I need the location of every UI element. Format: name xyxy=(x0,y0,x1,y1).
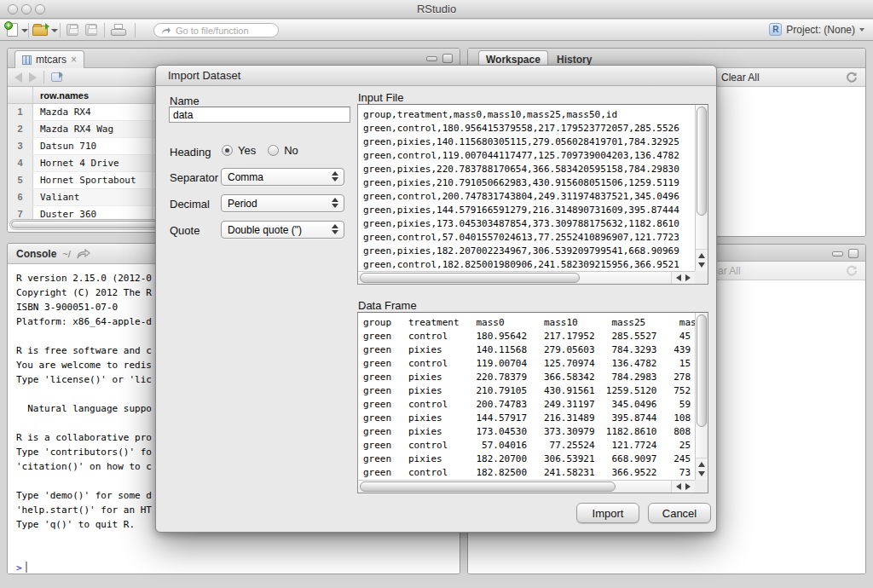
quote-label: Quote xyxy=(170,224,199,237)
input-file-label: Input File xyxy=(358,91,403,104)
project-menu[interactable]: R Project: (None) xyxy=(769,23,864,36)
new-file-icon[interactable]: + xyxy=(7,23,18,37)
input-file-line: green,pixies,182.207002234967,306.539209… xyxy=(363,245,695,258)
cancel-button[interactable]: Cancel xyxy=(648,503,711,523)
separator-value: Comma xyxy=(228,171,263,183)
bottom-right-pane-controls xyxy=(832,249,859,258)
scroll-arrows-icon[interactable] xyxy=(696,458,708,480)
input-file-line: green,control,182.825001980906,241.58230… xyxy=(363,258,695,271)
print-icon[interactable] xyxy=(111,24,126,36)
data-frame-vertical-scrollbar[interactable] xyxy=(695,313,708,480)
data-frame-header: group treatment mass0 mass10 mass25 mass… xyxy=(363,316,695,330)
back-icon[interactable] xyxy=(14,72,22,83)
tab-mtcars[interactable]: mtcars × xyxy=(14,50,84,68)
import-button[interactable]: Import xyxy=(576,503,639,523)
heading-yes-radio[interactable] xyxy=(222,145,233,156)
console-line xyxy=(16,546,460,561)
console-path: ~/ xyxy=(62,249,70,259)
heading-radio-group: Yes No xyxy=(222,144,298,157)
goto-arrow-icon xyxy=(161,26,171,35)
tab-history-label: History xyxy=(557,54,592,66)
goto-file-function-input[interactable]: Go to file/function xyxy=(153,23,279,37)
scrollbar-corner xyxy=(695,480,708,493)
input-file-line: green,pixies,220.783788170654,366.583420… xyxy=(363,163,695,176)
main-toolbar: + Go to file/function R Project: (None) xyxy=(0,20,873,41)
data-frame-row: green control 119.00704 125.70974 136.47… xyxy=(363,357,695,371)
heading-no-radio[interactable] xyxy=(268,145,279,156)
save-icon[interactable] xyxy=(66,24,78,36)
data-frame-row: green pixies 173.04530 373.30979 1182.86… xyxy=(363,425,695,439)
name-input[interactable] xyxy=(169,107,350,123)
minimize-pane-icon[interactable] xyxy=(832,251,843,257)
rstudio-window: RStudio + Go to file/function R Project:… xyxy=(0,0,873,588)
heading-label: Heading xyxy=(170,146,211,159)
refresh-icon[interactable] xyxy=(845,71,859,88)
decimal-label: Decimal xyxy=(170,198,210,210)
data-frame-row: green control 57.04016 77.25524 121.7724… xyxy=(363,439,695,453)
data-grid-icon xyxy=(22,55,32,65)
dialog-titlebar[interactable]: Import Dataset xyxy=(156,66,716,86)
toolbar-divider xyxy=(43,71,44,84)
save-all-icon[interactable] xyxy=(85,24,97,36)
toolbar-divider xyxy=(28,23,29,37)
open-file-dropdown-icon[interactable] xyxy=(51,29,58,32)
forward-icon[interactable] xyxy=(29,72,37,83)
maximize-pane-icon[interactable] xyxy=(848,249,859,258)
clear-all-button[interactable]: Clear All xyxy=(721,72,760,84)
data-frame-row: green pixies 182.20700 306.53921 668.909… xyxy=(363,453,695,466)
input-file-line: green,pixies,173.045303487854,373.309788… xyxy=(363,217,695,231)
import-dataset-dialog: Import Dataset Name Heading Yes No Separ… xyxy=(155,65,717,533)
scroll-arrows-icon[interactable] xyxy=(671,272,695,284)
data-frame-box[interactable]: group treatment mass0 mass10 mass25 mass… xyxy=(357,312,708,493)
refresh-icon-disabled[interactable] xyxy=(845,264,859,281)
close-tab-icon[interactable]: × xyxy=(71,55,77,64)
stepper-arrows-icon xyxy=(332,171,338,182)
heading-yes-label: Yes xyxy=(238,144,256,157)
toolbar-divider xyxy=(135,23,136,37)
console-popout-icon[interactable] xyxy=(77,249,90,259)
console-line xyxy=(16,532,460,546)
input-file-vertical-scrollbar[interactable] xyxy=(695,105,708,271)
column-header-row-names[interactable]: row.names xyxy=(33,87,153,103)
maximize-pane-icon[interactable] xyxy=(442,54,453,63)
quote-value: Double quote (") xyxy=(228,224,302,236)
stepper-arrows-icon xyxy=(332,224,338,234)
tab-mtcars-label: mtcars xyxy=(36,54,66,66)
scroll-arrows-icon[interactable] xyxy=(671,481,695,493)
dialog-title: Import Dataset xyxy=(168,69,240,82)
input-file-text: group,treatment,mass0,mass10,mass25,mass… xyxy=(363,108,695,271)
data-frame-row: green control 182.82500 241.58231 366.95… xyxy=(363,466,695,480)
scroll-arrows-icon[interactable] xyxy=(696,249,708,271)
window-titlebar: RStudio xyxy=(0,0,873,19)
scrollbar-corner xyxy=(695,271,708,284)
window-title: RStudio xyxy=(0,3,873,15)
tab-workspace-label: Workspace xyxy=(486,54,541,66)
input-file-box[interactable]: group,treatment,mass0,mass10,mass25,mass… xyxy=(357,104,708,285)
data-frame-row: green pixies 220.78379 366.58342 784.298… xyxy=(363,371,695,384)
show-in-new-window-icon[interactable] xyxy=(51,72,62,82)
data-frame-text: group treatment mass0 mass10 mass25 mass… xyxy=(363,316,695,480)
separator-select[interactable]: Comma xyxy=(221,168,344,186)
data-frame-row: green pixies 210.79105 430.91561 1259.51… xyxy=(363,384,695,398)
editor-pane-controls xyxy=(426,54,453,63)
project-label: Project: (None) xyxy=(786,24,855,36)
name-label: Name xyxy=(170,95,199,107)
console-prompt: > xyxy=(16,562,22,574)
open-file-icon[interactable] xyxy=(32,26,48,36)
stepper-arrows-icon xyxy=(332,198,338,208)
new-file-dropdown-icon[interactable] xyxy=(21,29,28,32)
input-file-horizontal-scrollbar[interactable] xyxy=(358,271,695,284)
project-dropdown-icon xyxy=(859,28,864,32)
data-frame-row: green pixies 144.57917 216.31489 395.874… xyxy=(363,412,695,425)
input-file-line: green,control,119.007044117477,125.70973… xyxy=(363,149,695,163)
quote-select[interactable]: Double quote (") xyxy=(221,221,344,239)
console-title: Console xyxy=(16,248,56,260)
data-frame-horizontal-scrollbar[interactable] xyxy=(358,480,695,493)
toolbar-divider xyxy=(60,23,61,37)
console-prompt-line[interactable]: > xyxy=(16,561,460,574)
minimize-pane-icon[interactable] xyxy=(426,56,437,61)
goto-placeholder: Go to file/function xyxy=(176,26,249,36)
heading-no-label: No xyxy=(284,144,298,157)
decimal-select[interactable]: Period xyxy=(221,194,344,212)
separator-label: Separator xyxy=(170,171,218,184)
